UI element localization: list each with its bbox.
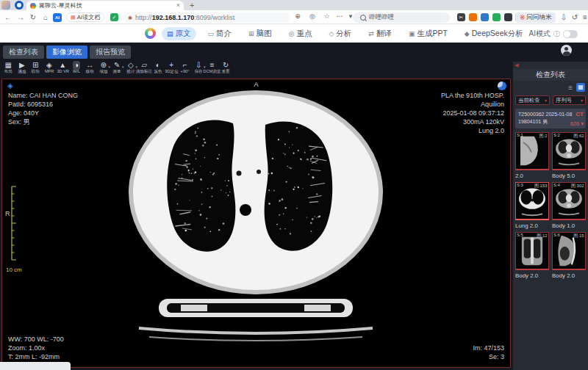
window-level-overlay: WW: 700 WL: -700Zoom: 1.00xT: 2mm L: -92… xyxy=(8,335,64,361)
grid-view-icon[interactable]: ▦ xyxy=(576,83,585,92)
study-info-line: PLA the 910th HOSP. xyxy=(441,91,504,100)
ct-axial-image[interactable]: 10 cm xyxy=(2,79,510,367)
undo-icon[interactable]: ↺ xyxy=(570,12,580,22)
tool-button[interactable]: ▦布局 xyxy=(1,61,15,78)
tool-button[interactable]: ▲3D VR xyxy=(56,61,70,78)
tool-button[interactable]: ◐反色 xyxy=(151,61,165,78)
tool-button[interactable]: ▶播放 xyxy=(15,61,29,78)
tool-icon: ▦ xyxy=(4,61,13,70)
series-thumbnail[interactable]: S:2图:62 xyxy=(552,132,586,170)
ruler-label: 10 cm xyxy=(6,266,22,273)
forward-icon[interactable]: → xyxy=(15,12,26,22)
study-list-item[interactable]: T25000362 2025-01-08 19804101 男 CT 626 ▾ xyxy=(515,109,586,128)
plugin-item-label: 重点 xyxy=(296,29,312,39)
plugin-item-label: 生成PPT xyxy=(417,29,447,39)
browser-menu-icon[interactable]: ≡ xyxy=(580,12,588,22)
viewer-tab[interactable]: 报告预览 xyxy=(90,46,131,59)
plugin-item[interactable]: ▣生成PPT xyxy=(404,27,453,40)
series-thumbnail[interactable]: S:4图:302 xyxy=(552,182,586,220)
more-actions-icon[interactable]: ⋯ xyxy=(334,12,345,20)
address-bar[interactable]: ◉ http://192.168.1.170:8099/worklist xyxy=(123,12,290,23)
plugin-item[interactable]: ◆DeepSeek分析 xyxy=(459,27,528,40)
plugin-item[interactable]: ⊞脑图 xyxy=(243,27,277,40)
series-thumbnail[interactable]: S:6图:15 xyxy=(552,232,586,270)
ai-mode-label: AI模式 xyxy=(529,29,551,39)
tool-button[interactable]: ⊞联动 xyxy=(29,61,43,78)
tool-label: 3D定位 xyxy=(165,70,178,74)
info-icon[interactable]: ⓘ xyxy=(553,29,560,39)
series-image-count: 图:153 xyxy=(534,183,548,189)
tool-button[interactable]: ◈MPR xyxy=(43,61,57,78)
ai-marker-icon[interactable]: ◈ xyxy=(7,81,13,90)
tool-label: 保存 xyxy=(195,70,203,74)
viewer-tab[interactable]: 影像浏览 xyxy=(46,46,87,59)
extension-blue-icon[interactable] xyxy=(481,13,489,21)
extension-scissors-icon[interactable]: ✂ xyxy=(457,13,465,21)
ai-mode-toggle[interactable] xyxy=(563,30,578,38)
back-icon[interactable]: ← xyxy=(3,12,13,22)
tool-button[interactable]: ⌐+90° xyxy=(179,61,193,78)
home-icon[interactable]: ⌂ xyxy=(40,12,51,22)
plugin-item[interactable]: ▭简介 xyxy=(203,27,237,40)
tab-close-icon[interactable]: × xyxy=(176,2,180,9)
plugin-logo-icon[interactable] xyxy=(145,28,156,39)
plugin-item-icon: ⊞ xyxy=(248,30,254,37)
tool-button[interactable]: ↔移动 xyxy=(83,61,97,78)
bookmark-star-icon[interactable]: ☆ xyxy=(322,12,332,20)
extension-orange-icon[interactable] xyxy=(469,13,477,21)
extensions-puzzle-icon[interactable] xyxy=(504,13,512,21)
ask-nami-button[interactable]: ※ 问问纳米 xyxy=(516,12,556,23)
filter-select[interactable]: 序列号▾ xyxy=(553,95,586,105)
shield-check-icon[interactable]: ✓ xyxy=(110,13,118,21)
tool-button[interactable]: ≡DCM浏览 xyxy=(206,61,220,78)
tool-button[interactable]: ⊕▾缩放 xyxy=(97,61,111,78)
zoom-page-icon[interactable]: ⊕ xyxy=(293,12,303,20)
download-icon[interactable]: ⇩ xyxy=(559,12,569,22)
site-info-icon[interactable]: ◉ xyxy=(128,15,132,21)
tool-icon: ✎ xyxy=(112,61,121,70)
tool-button[interactable]: ◑W/L xyxy=(70,61,84,78)
tool-label: 反色 xyxy=(154,70,162,74)
tool-button[interactable]: ✎▾测量 xyxy=(110,61,124,78)
filter-select[interactable]: 当前检查▾ xyxy=(515,95,550,105)
series-item: S:2图:62Body 5.0 xyxy=(552,132,586,179)
user-avatar[interactable] xyxy=(561,45,572,56)
profile-avatar[interactable] xyxy=(1,1,10,10)
plugin-item[interactable]: ▤原文 xyxy=(162,27,196,40)
series-thumbnail[interactable]: S:3图:153 xyxy=(515,182,549,220)
tool-icon: ⊞ xyxy=(31,61,40,70)
url-path: :8099/worklist xyxy=(194,14,234,21)
sidebar-collapse-icon[interactable]: ◀ xyxy=(514,62,518,68)
browser-assistant-icon[interactable] xyxy=(15,1,24,10)
list-view-icon[interactable]: ≡ xyxy=(568,84,573,92)
url-host: 192.168.1.170 xyxy=(152,14,195,21)
moon-icon[interactable] xyxy=(498,81,506,90)
ai-extension-icon[interactable]: AI xyxy=(53,13,62,22)
plugin-item-icon: ▭ xyxy=(208,30,215,37)
ai-read-doc-button[interactable]: ▤ AI读文档 xyxy=(66,12,104,22)
reload-icon[interactable]: ↻ xyxy=(28,12,38,22)
series-number: S:1 xyxy=(517,133,523,138)
plugin-item[interactable]: ◇分析 xyxy=(323,27,356,40)
image-count-badge[interactable]: 626 ▾ xyxy=(570,120,584,127)
browser-tab[interactable]: 翼聊云-星灵科技 × xyxy=(26,1,184,10)
series-thumbnail[interactable]: S:1图:2 xyxy=(515,132,549,170)
tool-button[interactable]: ▱清除标注 xyxy=(137,61,151,78)
series-thumbnail[interactable]: S:5图:12 xyxy=(515,232,549,270)
extension-green-icon[interactable] xyxy=(492,13,501,21)
patient-info-line: Name: CAI HAN CONG xyxy=(8,91,78,100)
plugin-item-icon: ▣ xyxy=(409,30,415,37)
quick-search-box[interactable]: 哔哩哔哩 xyxy=(353,12,450,23)
plugin-item[interactable]: ⇄翻译 xyxy=(363,27,397,40)
tool-label: 重置 xyxy=(222,70,230,74)
tool-button[interactable]: ↻重置 xyxy=(219,61,233,78)
tool-button[interactable]: +3D定位 xyxy=(165,61,179,78)
series-image-count: 图:62 xyxy=(574,133,584,139)
new-tab-button[interactable]: + xyxy=(190,1,194,10)
series-image-count: 图:2 xyxy=(539,133,548,139)
ct-viewport[interactable]: 10 cm ◈ A R Name: CAI HAN CONGPatId: 609… xyxy=(1,79,511,368)
plugin-item[interactable]: ◎重点 xyxy=(284,27,318,40)
target-icon[interactable]: ◎ xyxy=(307,12,318,20)
series-item: S:1图:22.0 xyxy=(515,132,549,179)
viewer-tab[interactable]: 检查列表 xyxy=(3,46,44,59)
